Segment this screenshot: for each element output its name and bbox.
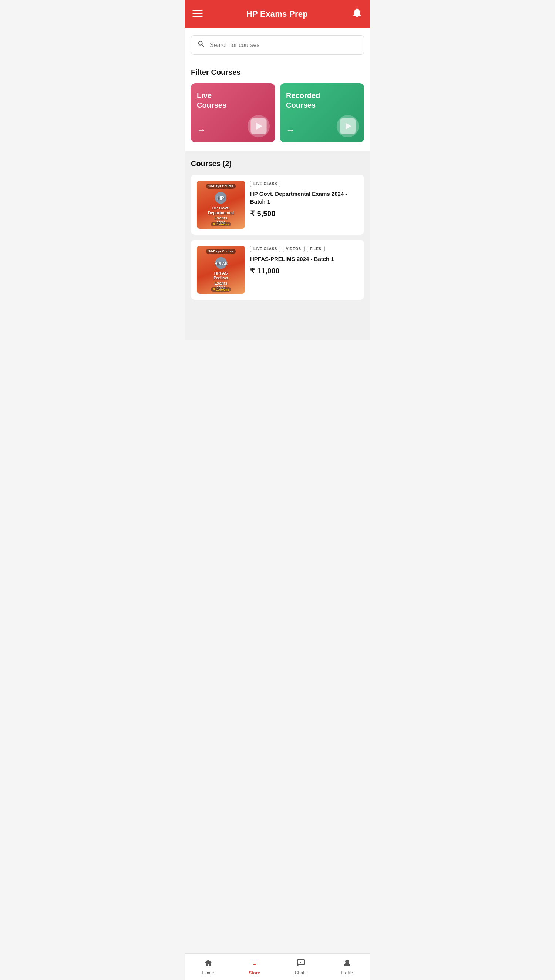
- course-price-1: ₹ 5,500: [250, 209, 358, 218]
- nav-label-home: Home: [202, 970, 214, 975]
- live-courses-label: LiveCourses: [197, 91, 269, 110]
- search-section: [185, 28, 370, 61]
- course-card-1[interactable]: 10-Days Course HP HP Govt.DepartmentalEx…: [191, 175, 364, 235]
- filter-cards: LiveCourses → RecordedCourses →: [191, 83, 364, 143]
- course-tags-2: LIVE CLASS VIDEOS FILES: [250, 246, 358, 252]
- course-thumbnail-1: 10-Days Course HP HP Govt.DepartmentalEx…: [197, 181, 245, 229]
- course-coupon-1: ⚙ COUPONS: [211, 222, 231, 226]
- bottom-spacer: [185, 311, 370, 340]
- search-box[interactable]: [191, 35, 364, 55]
- bottom-navigation: Home Store Chats Profile: [185, 953, 370, 980]
- nav-label-store: Store: [249, 970, 260, 975]
- svg-text:HP: HP: [217, 195, 224, 201]
- course-info-1: LIVE CLASS HP Govt. Departmental Exams 2…: [250, 181, 358, 218]
- nav-label-chats: Chats: [295, 970, 306, 975]
- nav-item-profile[interactable]: Profile: [324, 954, 370, 980]
- search-icon: [197, 40, 205, 50]
- svg-point-4: [346, 960, 348, 963]
- course-card-2[interactable]: 30-Days Course HPFAS HPFASPrelimsExams20…: [191, 240, 364, 300]
- nav-item-home[interactable]: Home: [185, 954, 231, 980]
- recorded-courses-card[interactable]: RecordedCourses →: [280, 83, 364, 143]
- chats-icon: [297, 959, 305, 969]
- course-price-2: ₹ 11,000: [250, 266, 358, 275]
- course-badge-2: 30-Days Course: [206, 249, 236, 254]
- menu-button[interactable]: [192, 10, 203, 18]
- live-courses-card[interactable]: LiveCourses →: [191, 83, 275, 143]
- tag-live-class-1: LIVE CLASS: [250, 181, 281, 187]
- recorded-courses-label: RecordedCourses: [286, 91, 358, 110]
- search-input[interactable]: [210, 42, 358, 48]
- store-icon: [250, 959, 259, 969]
- app-header: HP Exams Prep: [185, 0, 370, 28]
- courses-section: Courses (2) 10-Days Course HP HP Govt.De…: [185, 151, 370, 311]
- course-tags-1: LIVE CLASS: [250, 181, 358, 187]
- course-logo-2: HPFAS HPFASPrelimsExams2024: [213, 257, 228, 290]
- tag-files-2: FILES: [307, 246, 325, 252]
- course-name-1: HP Govt. Departmental Exams 2024 - Batch…: [250, 190, 358, 205]
- course-badge-1: 10-Days Course: [206, 184, 236, 189]
- nav-item-store[interactable]: Store: [231, 954, 278, 980]
- nav-item-chats[interactable]: Chats: [278, 954, 324, 980]
- profile-icon: [343, 959, 351, 969]
- app-title: HP Exams Prep: [246, 9, 308, 19]
- course-logo-1: HP HP Govt.DepartmentalExams2024: [208, 191, 234, 225]
- nav-label-profile: Profile: [340, 970, 353, 975]
- course-name-2: HPFAS-PRELIMS 2024 - Batch 1: [250, 255, 358, 263]
- notifications-button[interactable]: [351, 7, 363, 21]
- filter-section: Filter Courses LiveCourses → RecordedCou…: [185, 61, 370, 151]
- recorded-courses-arrow: →: [286, 125, 358, 135]
- course-coupon-2: ⚙ COUPONS: [211, 287, 231, 292]
- svg-text:HPFAS: HPFAS: [215, 261, 228, 266]
- courses-section-title: Courses (2): [191, 159, 364, 168]
- course-thumbnail-2: 30-Days Course HPFAS HPFASPrelimsExams20…: [197, 246, 245, 294]
- tag-videos-2: VIDEOS: [283, 246, 305, 252]
- filter-title: Filter Courses: [191, 68, 364, 77]
- live-courses-arrow: →: [197, 125, 269, 135]
- home-icon: [204, 959, 213, 969]
- tag-live-class-2: LIVE CLASS: [250, 246, 281, 252]
- course-info-2: LIVE CLASS VIDEOS FILES HPFAS-PRELIMS 20…: [250, 246, 358, 275]
